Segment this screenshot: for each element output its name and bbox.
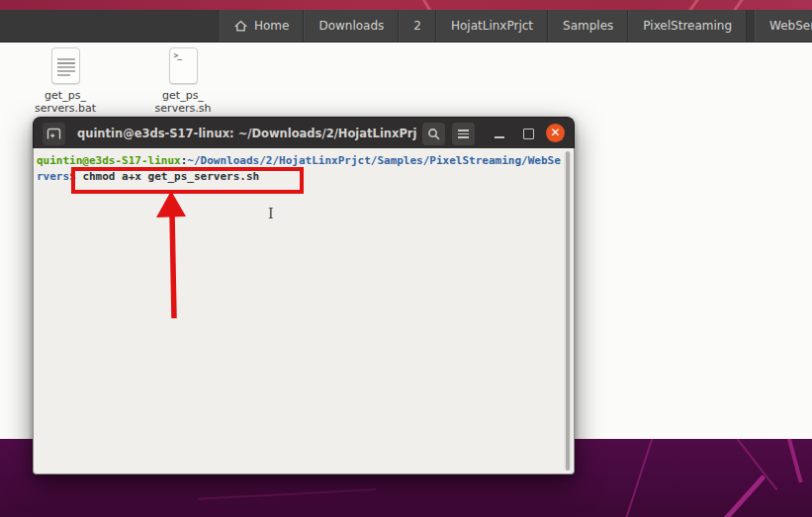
shell-script-icon: >_ [169,47,198,84]
close-button[interactable]: ✕ [546,124,565,142]
text-cursor: I [268,206,274,221]
pathbar-item-2[interactable]: 2 [399,10,436,42]
pathbar-item-samples[interactable]: Samples [548,10,628,42]
pathbar-item-downloads[interactable]: Downloads [304,10,399,42]
terminal-prompt-user: quintin@e3ds-S17-linux [37,154,181,167]
close-icon: ✕ [550,126,560,139]
terminal-prompt-path: ~/Downloads/2/HojatLinxPrjct/Samples/Pix… [187,154,561,167]
pathbar-item-home[interactable]: Home [220,10,304,42]
pathbar-item-label: Samples [563,19,613,33]
terminal-scrollbar[interactable] [564,151,572,471]
pathbar-item-label: Home [254,19,289,33]
terminal-output[interactable]: quintin@e3ds-S17-linux:~/Downloads/2/Hoj… [33,148,575,474]
pathbar-item-label: 2 [413,19,421,33]
pathbar-item-label: PixelStreaming [643,19,732,33]
pathbar: Home Downloads 2 HojatLinxPrjct Samples … [0,10,812,43]
pathbar-item-label: HojatLinxPrjct [451,19,533,33]
batch-file-icon [51,47,80,84]
home-icon [234,20,247,33]
pathbar-item-hojatlinxprjct[interactable]: HojatLinxPrjct [436,10,548,42]
new-tab-icon [46,128,61,140]
annotation-arrow [129,186,218,329]
new-tab-button[interactable] [43,123,65,145]
maximize-button[interactable] [523,129,534,139]
pathbar-item-webservers[interactable]: WebServers ▾ [755,10,812,42]
pathbar-item-label: Downloads [318,19,384,33]
scrollbar-thumb[interactable] [566,151,570,471]
terminal-titlebar[interactable]: quintin@e3ds-S17-linux: ~/Downloads/2/Ho… [33,117,575,148]
search-icon [427,128,440,140]
terminal-prompt-path-wrap: rvers [37,170,69,183]
file-item-get-ps-servers-sh[interactable]: >_ get_ps_ servers.sh [147,47,219,115]
file-label: get_ps_ servers.bat [35,89,96,115]
file-label: get_ps_ servers.sh [155,89,212,115]
terminal-prompt-glyph: >_ [174,51,182,60]
file-item-get-ps-servers-bat[interactable]: get_ps_ servers.bat [30,47,101,115]
menu-button[interactable] [452,123,475,145]
wallpaper-top-strip [0,0,812,10]
minimize-button[interactable] [495,127,506,140]
minimize-icon [495,136,504,138]
terminal-window-title: quintin@e3ds-S17-linux: ~/Downloads/2/Ho… [77,118,417,149]
document-lines [57,58,75,78]
hamburger-menu-icon [458,128,469,140]
search-button[interactable] [422,123,445,145]
pathbar-item-label: WebServers [769,19,812,33]
pathbar-item-pixelstreaming[interactable]: PixelStreaming [628,10,747,42]
